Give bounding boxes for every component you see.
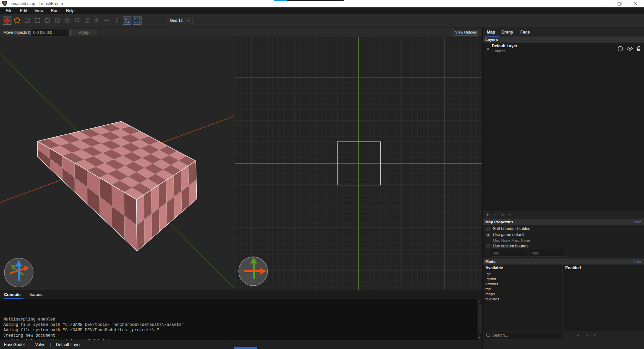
move-mod-down-button[interactable]: ▼ [593, 334, 597, 337]
use-custom-bounds-label: Use custom bounds [493, 244, 528, 248]
map-properties-header: Map Properties hide [483, 219, 644, 225]
layer-name: Default Layer [492, 44, 517, 48]
use-custom-bounds-radio[interactable] [486, 244, 490, 248]
csg-tool-button[interactable] [93, 16, 101, 25]
tab-entity[interactable]: Entity [502, 29, 513, 36]
menu-item[interactable]: Run [47, 7, 62, 14]
viewport-2d[interactable] [235, 37, 482, 290]
status-separator: | [30, 342, 31, 347]
mod-available-item[interactable]: addons [485, 282, 499, 287]
remove-mod-button[interactable]: − [576, 333, 580, 338]
inspector-panel: Map Entity Face Layers Default Layer 1 o… [482, 27, 644, 349]
flip-vertical-icon [114, 17, 120, 23]
flip-vertical-button[interactable] [113, 16, 121, 25]
grid-size-select[interactable]: Grid 16 ▼ [168, 17, 192, 24]
layer-row[interactable]: Default Layer 1 object [483, 43, 644, 55]
layers-list: Default Layer 1 object [483, 43, 644, 211]
scale-tool-button[interactable] [73, 16, 82, 25]
layer-visibility-toggle[interactable] [626, 45, 633, 52]
mod-available-item[interactable]: fgd [485, 287, 499, 292]
eye-icon [627, 46, 633, 51]
orientation-gizmo-3d[interactable] [3, 256, 35, 289]
mod-available-item[interactable]: .godot [485, 277, 499, 282]
restore-button[interactable] [614, 0, 625, 7]
rotate-tool-icon [64, 17, 70, 23]
uv-lock-icon [134, 17, 140, 24]
add-layer-button[interactable]: + [486, 212, 490, 217]
close-button[interactable] [630, 0, 641, 7]
map-properties-body: Soft bounds disabled Use game default Mi… [483, 225, 644, 258]
grid-size-value: Grid 16 [170, 18, 183, 22]
capture-artifact-bottom [234, 347, 257, 349]
max-bounds-input[interactable]: max [530, 250, 566, 256]
mod-available-item[interactable]: textures [485, 297, 499, 302]
menu-item[interactable]: View [31, 7, 47, 14]
move-layer-up-button[interactable]: ▲ [501, 213, 505, 216]
minimize-button[interactable] [600, 0, 611, 7]
tab-face[interactable]: Face [520, 29, 530, 36]
edge-tool-button[interactable] [43, 16, 52, 25]
console-scrollbar[interactable]: ▲ ▼ [477, 299, 482, 340]
title-bar: unnamed.map - TrenchBroom [0, 0, 644, 7]
chevron-down-icon: ▼ [187, 19, 190, 22]
face-tool-button[interactable] [53, 16, 62, 25]
remove-layer-button[interactable]: − [493, 212, 497, 217]
status-layer: Default Layer [56, 342, 81, 347]
view-options-button[interactable]: View Options [454, 29, 478, 36]
status-separator: | [50, 342, 51, 347]
layer-active-toggle[interactable] [617, 45, 624, 52]
menu-item[interactable]: File [2, 7, 16, 14]
console-line: Adding file system path "C:/GAME DEV/Fun… [3, 328, 184, 333]
circle-icon [618, 46, 623, 52]
tab-console[interactable]: Console [4, 291, 20, 298]
scroll-down-button[interactable]: ▼ [478, 336, 482, 340]
mods-hide-link[interactable]: hide [634, 258, 641, 265]
toolbar-separator [163, 17, 163, 24]
status-format: Valve [35, 342, 45, 347]
layer-lock-toggle[interactable] [635, 45, 642, 52]
scrollbar-thumb[interactable] [478, 304, 481, 334]
brush-tool-button[interactable] [13, 16, 21, 25]
tab-map[interactable]: Map [487, 29, 495, 36]
console-line: Multisampling enabled [3, 317, 184, 322]
min-bounds-input[interactable]: min [491, 250, 527, 256]
app-icon [2, 1, 7, 7]
bounds-minmax-detail: Min: None Max: None [493, 238, 530, 242]
vertex-tool-button[interactable] [33, 16, 42, 25]
layer-object-count: 1 object [492, 49, 505, 53]
soft-bounds-disabled-label: Soft bounds disabled [493, 226, 530, 231]
mods-body: Available Enabled .git.godotaddonsfgdmap… [483, 265, 644, 331]
mod-available-item[interactable]: maps [485, 292, 499, 297]
search-placeholder: Search... [492, 333, 508, 338]
move-tool-icon [4, 17, 10, 24]
soft-bounds-disabled-radio[interactable] [486, 227, 490, 231]
search-icon [486, 333, 490, 338]
clip-tool-button[interactable] [23, 16, 32, 25]
move-tool-button[interactable] [3, 16, 11, 25]
flip-horizontal-button[interactable] [103, 16, 111, 25]
viewport-3d[interactable] [0, 37, 235, 290]
map-properties-hide-link[interactable]: hide [634, 219, 641, 225]
move-mod-up-button[interactable]: ▲ [585, 334, 589, 337]
shear-tool-button[interactable] [83, 16, 92, 25]
console-output[interactable]: Multisampling enabledAdding file system … [0, 299, 482, 340]
move-layer-down-button[interactable]: ▼ [508, 213, 512, 216]
info-bar: Move objects by 0.0 0.0 0.0 Apply View O… [0, 27, 482, 37]
axis-restrict-button[interactable] [123, 16, 131, 25]
apply-button[interactable]: Apply [70, 29, 97, 36]
use-game-default-radio[interactable] [486, 233, 490, 237]
rotate-tool-button[interactable] [63, 16, 72, 25]
map-properties-title: Map Properties [485, 219, 513, 225]
status-game: FuncGodot [4, 342, 25, 347]
add-mod-button[interactable]: + [568, 333, 572, 338]
orientation-gizmo-2d[interactable] [237, 255, 269, 287]
uv-lock-button[interactable] [133, 16, 141, 25]
search-input[interactable]: Search... [484, 332, 563, 339]
mod-available-item[interactable]: .git [485, 272, 499, 277]
menu-item[interactable]: Edit [16, 7, 31, 14]
minimize-icon [603, 2, 607, 6]
tab-issues[interactable]: Issues [30, 291, 43, 298]
menu-item[interactable]: Help [62, 7, 78, 14]
scroll-up-button[interactable]: ▲ [478, 299, 482, 303]
move-objects-input[interactable]: 0.0 0.0 0.0 [31, 29, 68, 36]
